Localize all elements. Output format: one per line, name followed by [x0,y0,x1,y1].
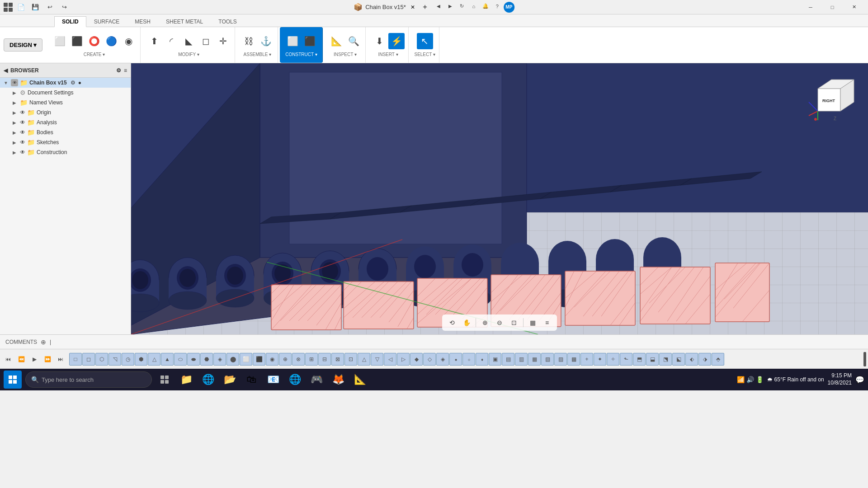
browser-item-origin[interactable]: ▶ 👁 📁 Origin [0,108,131,117]
browser-collapse-button[interactable]: ◀ [4,67,8,74]
sketch-tool-16[interactable]: ◉ [266,353,278,366]
sketch-tool-27[interactable]: ◆ [410,353,423,366]
bodies-expand-arrow[interactable]: ▶ [13,130,18,135]
sketch-tool-44[interactable]: ⬒ [633,353,646,366]
comments-add-icon[interactable]: ⊕ [41,338,46,346]
close-tab-button[interactable]: ✕ [409,3,417,11]
offset-plane-button[interactable]: ⬜ [284,33,301,49]
sphere-button[interactable]: ◉ [120,33,137,49]
sketch-tool-21[interactable]: ⊠ [331,353,344,366]
display-mode-button[interactable]: ▦ [526,316,539,329]
timeline-prev-button[interactable]: ⏪ [15,353,28,366]
sketch-tool-13[interactable]: ⬤ [226,353,239,366]
taskbar-store-icon[interactable]: 🛍 [242,371,260,389]
sketch-tool-4[interactable]: ◹ [108,353,121,366]
tab-tools[interactable]: TOOLS [211,16,244,27]
sketch-tool-2[interactable]: ◻ [82,353,95,366]
close-button[interactable]: ✕ [844,0,864,14]
taskbar-files-icon[interactable]: 📂 [221,371,239,389]
tab-solid[interactable]: SOLID [54,16,86,27]
taskbar-app9-icon[interactable]: 📐 [351,371,369,389]
sketch-tool-23[interactable]: △ [358,353,370,366]
maximize-button[interactable]: □ [822,0,843,14]
zoom-in-button[interactable]: ⊕ [479,316,491,329]
views-expand-arrow[interactable]: ▶ [13,100,18,105]
tab-sheet-metal[interactable]: SHEET METAL [158,16,211,27]
browser-item-sketches[interactable]: ▶ 👁 📁 Sketches [0,137,131,147]
root-visibility-icon[interactable]: 👁 [11,79,18,86]
sketch-tool-8[interactable]: ▲ [161,353,174,366]
time-display[interactable]: 9:15 PM 10/8/2021 [828,372,852,386]
taskbar-search-input[interactable] [42,376,132,383]
save-button[interactable]: 💾 [29,2,42,13]
origin-eye-icon[interactable]: 👁 [20,109,25,116]
hole-button[interactable]: 🔵 [103,33,119,49]
taskbar-explorer-icon[interactable]: 📁 [177,371,195,389]
sketch-tool-40[interactable]: + [580,353,593,366]
design-dropdown-button[interactable]: DESIGN ▾ [4,38,42,52]
sketch-tool-36[interactable]: ▦ [528,353,541,366]
browser-item-analysis[interactable]: ▶ 👁 📁 Analysis [0,117,131,127]
construction-eye-icon[interactable]: 👁 [20,149,25,155]
task-view-button[interactable] [156,371,174,389]
browser-settings-icon[interactable]: ⚙ [116,67,121,74]
notification-button[interactable]: 🔔 [480,2,491,11]
midplane-button[interactable]: ⬛ [302,33,318,49]
volume-icon[interactable]: 🔊 [746,376,754,383]
timeline-handle[interactable] [863,352,866,366]
add-tab-button[interactable]: ＋ [420,2,430,13]
taskbar-app7-icon[interactable]: 🎮 [307,371,326,389]
sketch-tool-22[interactable]: ⊡ [344,353,357,366]
sketch-tool-11[interactable]: ⬣ [200,353,213,366]
shell-button[interactable]: ◻ [198,33,214,49]
chamfer-button[interactable]: ◣ [180,33,197,49]
root-expand-arrow[interactable]: ▼ [4,80,9,85]
sketch-tool-35[interactable]: ▥ [515,353,528,366]
forward-button[interactable]: ▶ [445,2,456,11]
browser-item-named-views[interactable]: ▶ 📁 Named Views [0,98,131,108]
sketches-eye-icon[interactable]: 👁 [20,139,25,145]
root-settings-icon[interactable]: ⚙ [71,80,75,86]
view-cube[interactable]: Z RIGHT [807,70,861,125]
home-button[interactable]: ⌂ [468,2,479,11]
sketch-tool-14[interactable]: ⬜ [240,353,252,366]
timeline-start-button[interactable]: ⏮ [2,353,14,366]
sketch-tool-31[interactable]: ⬦ [462,353,475,366]
sketch-tool-29[interactable]: ◈ [436,353,449,366]
orbit-button[interactable]: ⟲ [446,316,458,329]
ground-button[interactable]: ⚓ [258,33,274,49]
construction-expand-arrow[interactable]: ▶ [13,150,18,155]
analysis-eye-icon[interactable]: 👁 [20,119,25,126]
sketch-tool-25[interactable]: ◁ [384,353,396,366]
move-button[interactable]: ✛ [215,33,231,49]
browser-item-construction[interactable]: ▶ 👁 📁 Construction [0,147,131,157]
pan-button[interactable]: ✋ [460,316,473,329]
taskbar-app8-icon[interactable]: 🦊 [329,371,347,389]
sketch-tool-34[interactable]: ▤ [502,353,514,366]
sketch-tool-45[interactable]: ⬓ [646,353,659,366]
taskbar-mail-icon[interactable]: 📧 [264,371,282,389]
sketch-tool-49[interactable]: ⬗ [698,353,711,366]
browser-item-bodies[interactable]: ▶ 👁 📁 Bodies [0,127,131,137]
sketch-tool-41[interactable]: ✦ [594,353,606,366]
sketch-tool-5[interactable]: ◷ [122,353,134,366]
sketch-tool-18[interactable]: ⊗ [292,353,305,366]
back-button[interactable]: ◀ [433,2,444,11]
timeline-next-button[interactable]: ⏩ [41,353,54,366]
sketch-tool-46[interactable]: ⬔ [659,353,672,366]
doc-expand-arrow[interactable]: ▶ [13,90,18,95]
sketch-tool-37[interactable]: ▧ [541,353,554,366]
extrude-button[interactable]: ⬛ [69,33,85,49]
sketch-tool-32[interactable]: ⬧ [476,353,488,366]
select-button[interactable]: ↖ [417,33,433,49]
sketch-tool-12[interactable]: ◈ [213,353,226,366]
zoom-out-button[interactable]: ⊖ [493,316,506,329]
tab-mesh[interactable]: MESH [127,16,158,27]
timeline-end-button[interactable]: ⏭ [54,353,67,366]
taskbar-chrome-icon[interactable]: 🌐 [286,371,304,389]
root-more-icon[interactable]: ● [78,80,81,86]
revolve-button[interactable]: ⭕ [86,33,102,49]
sketch-tool-9[interactable]: ⬭ [174,353,187,366]
taskbar-edge-icon[interactable]: 🌐 [199,371,217,389]
viewport[interactable]: Z RIGHT ⟲ ✋ ⊕ ⊖ ⊡ ▦ ≡ [131,63,868,334]
